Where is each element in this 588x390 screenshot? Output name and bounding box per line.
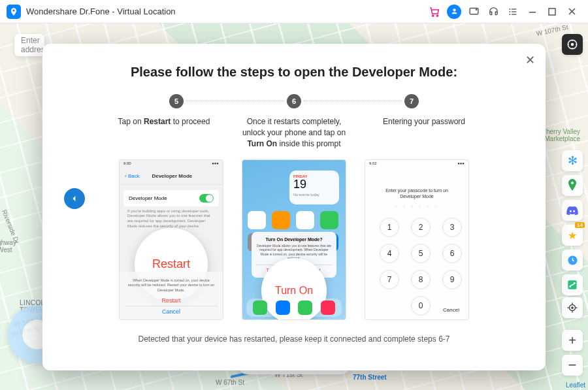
svg-rect-11 (549, 8, 555, 15)
modal-backdrop: ✕ Please follow the steps to open the De… (0, 24, 588, 390)
menu-icon[interactable] (503, 2, 523, 22)
modal-footer-note: Detected that your device has restarted,… (69, 334, 519, 344)
caption-6: Once it restarts completely, unlock your… (237, 116, 351, 150)
svg-point-6 (509, 11, 510, 12)
step-captions: Tap on Restart to proceed Once it restar… (69, 116, 519, 150)
modal-title: Please follow the steps to open the Deve… (69, 65, 519, 80)
minimize-button[interactable] (523, 2, 542, 22)
developer-mode-modal: ✕ Please follow the steps to open the De… (42, 44, 546, 370)
svg-rect-5 (512, 8, 516, 9)
app-title: Wondershare Dr.Fone - Virtual Location (26, 7, 176, 16)
back-arrow-button[interactable] (64, 188, 85, 209)
svg-rect-10 (529, 12, 536, 13)
account-icon[interactable] (444, 2, 464, 22)
step-badge-6: 6 (287, 94, 301, 108)
phone-preview-restart: 9:00●●● ‹ BackDeveloper Mode Developer M… (119, 159, 223, 320)
close-button[interactable] (562, 2, 581, 22)
phone-preview-turnon: FRIDAY19No events today Turn On Develope… (242, 159, 346, 320)
screen-icon[interactable] (464, 2, 483, 22)
phone-preview-passcode: 9:02●●● Enter your passcode to turn onDe… (365, 159, 469, 320)
support-icon[interactable] (483, 2, 503, 22)
step-badge-7: 7 (404, 94, 419, 108)
svg-rect-9 (512, 14, 516, 14)
titlebar: Wondershare Dr.Fone - Virtual Location (0, 0, 588, 24)
svg-point-4 (509, 8, 510, 10)
svg-point-8 (509, 14, 510, 15)
cart-icon[interactable] (425, 2, 444, 22)
maximize-button[interactable] (542, 2, 562, 22)
close-icon[interactable]: ✕ (525, 53, 535, 67)
caption-7: Entering your password (367, 116, 482, 150)
toggle-icon (199, 194, 214, 203)
svg-point-1 (436, 14, 438, 16)
svg-rect-7 (512, 11, 516, 12)
caption-5: Tap on Restart to proceed (107, 116, 221, 150)
svg-point-3 (476, 9, 476, 10)
step-badge-5: 5 (169, 94, 184, 108)
phone-previews: 9:00●●● ‹ BackDeveloper Mode Developer M… (69, 159, 519, 320)
app-logo (7, 5, 21, 19)
svg-point-0 (433, 14, 434, 16)
steps-header: 5 6 7 (69, 94, 519, 108)
